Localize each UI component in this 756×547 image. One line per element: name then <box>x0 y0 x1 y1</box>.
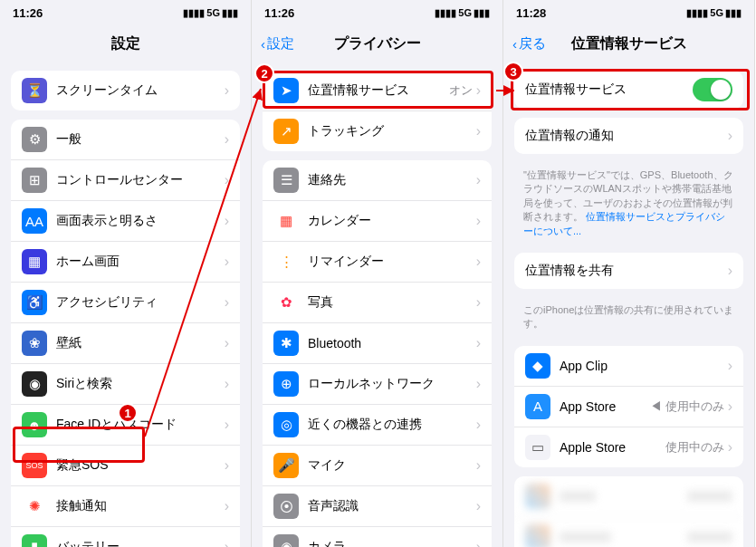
list-item[interactable]: ⏳スクリーンタイム› <box>11 71 240 110</box>
row-icon: ⚙ <box>22 127 47 152</box>
row-label: 一般 <box>56 131 225 148</box>
row-label: Siriと検索 <box>56 376 225 392</box>
list-item[interactable]: ▦ホーム画面› <box>11 242 240 283</box>
time: 11:26 <box>13 6 43 20</box>
list-item[interactable]: ▦カレンダー› <box>263 201 492 242</box>
list-item[interactable]: AA画面表示と明るさ› <box>11 201 240 242</box>
list-item[interactable]: ◉カメラ› <box>263 527 492 547</box>
chevron-right-icon: › <box>225 335 229 351</box>
chevron-right-icon: › <box>476 254 481 270</box>
list-item[interactable]: ↗トラッキング› <box>263 111 492 151</box>
chevron-right-icon: › <box>476 457 481 474</box>
row-icon: ♿ <box>22 290 47 315</box>
row-label: スクリーンタイム <box>56 82 225 99</box>
chevron-right-icon: › <box>476 417 481 433</box>
list-item[interactable]: ◉Siriと検索› <box>11 364 240 405</box>
row-label: 画面表示と明るさ <box>56 213 225 229</box>
list-item[interactable]: ⊞コントロールセンター› <box>11 160 240 201</box>
list-item[interactable]: ✱Bluetooth› <box>263 323 492 364</box>
location-scroll[interactable]: 位置情報サービス 位置情報の通知› "位置情報サービス"では、GPS、Bluet… <box>503 62 754 547</box>
list-item[interactable]: ✿写真› <box>263 283 492 323</box>
status-bar: 11:26 ▮▮▮▮ 5G ▮▮▮ <box>0 0 251 25</box>
row-detail: ◀ 使用中のみ <box>650 398 724 415</box>
row-icon: ◉ <box>22 371 47 397</box>
toggle-switch[interactable] <box>693 78 732 101</box>
nav-bar: ‹ 戻る 位置情報サービス <box>503 25 754 62</box>
row-icon: ⦿ <box>273 494 299 519</box>
list-item[interactable]: ➤位置情報サービスオン› <box>263 71 492 111</box>
nav-bar: 設定 <box>0 25 251 62</box>
list-item[interactable]: 位置情報の通知› <box>514 118 743 154</box>
row-label: 接触通知 <box>56 498 225 514</box>
row-detail: オン <box>449 82 473 99</box>
list-item[interactable]: 位置情報サービス <box>514 71 743 109</box>
chevron-right-icon: › <box>476 376 481 392</box>
list-item[interactable]: ♿アクセシビリティ› <box>11 283 240 323</box>
status-icons: ▮▮▮▮ 5G ▮▮▮ <box>686 7 742 19</box>
chevron-right-icon: › <box>225 539 229 547</box>
list-item[interactable]: ⊕ローカルネットワーク› <box>263 364 492 405</box>
list-item[interactable]: ⦿音声認識› <box>263 486 492 527</box>
footer-explain: "位置情報サービス"では、GPS、Bluetooth、クラウドソースのWLANス… <box>503 163 754 244</box>
list-item-redacted <box>514 476 743 517</box>
list-item[interactable]: ◎近くの機器との連携› <box>263 405 492 446</box>
row-detail: 使用中のみ <box>665 439 724 456</box>
list-item[interactable]: AApp Store◀ 使用中のみ› <box>514 387 743 427</box>
row-label: 近くの機器との連携 <box>308 417 476 433</box>
privacy-scroll[interactable]: ➤位置情報サービスオン›↗トラッキング› ☰連絡先›▦カレンダー›⋮リマインダー… <box>252 62 502 547</box>
chevron-right-icon: › <box>476 82 481 99</box>
row-label: 連絡先 <box>308 172 476 188</box>
row-icon: SOS <box>22 453 47 478</box>
chevron-right-icon: › <box>225 498 229 514</box>
chevron-right-icon: › <box>225 376 229 392</box>
list-item-redacted <box>514 517 743 547</box>
row-icon: ➤ <box>273 78 299 103</box>
chevron-right-icon: › <box>476 172 481 188</box>
row-icon: ❀ <box>22 331 47 356</box>
list-item[interactable]: ▭Apple Store使用中のみ› <box>514 427 743 467</box>
row-icon: ☰ <box>273 168 299 193</box>
row-label: 緊急SOS <box>56 457 225 474</box>
status-icons: ▮▮▮▮ 5G ▮▮▮ <box>435 7 490 19</box>
chevron-right-icon: › <box>225 172 229 188</box>
chevron-right-icon: › <box>476 294 481 311</box>
row-label: ローカルネットワーク <box>308 376 476 392</box>
badge-2: 2 <box>254 63 274 83</box>
phone-settings: 11:26 ▮▮▮▮ 5G ▮▮▮ 設定 ⏳スクリーンタイム› ⚙一般›⊞コント… <box>0 0 252 547</box>
row-icon: ✿ <box>273 290 299 315</box>
nav-bar: ‹ 設定 プライバシー <box>252 25 502 62</box>
chevron-right-icon: › <box>728 439 732 456</box>
list-item[interactable]: 位置情報を共有› <box>514 253 743 289</box>
row-label: 位置情報サービス <box>525 82 693 98</box>
row-label: カメラ <box>308 539 476 547</box>
list-item[interactable]: 🎤マイク› <box>263 446 492 486</box>
badge-3: 3 <box>503 62 523 82</box>
footer-share: このiPhoneは位置情報の共有に使用されています。 <box>503 298 754 337</box>
list-item[interactable]: ◆App Clip› <box>514 346 743 387</box>
chevron-right-icon: › <box>225 213 229 229</box>
status-bar: 11:26 ▮▮▮▮ 5G ▮▮▮ <box>252 0 502 25</box>
list-item[interactable]: ▮バッテリー› <box>11 527 240 547</box>
list-item[interactable]: ⚙一般› <box>11 120 240 160</box>
row-icon: ▦ <box>273 208 299 234</box>
row-icon: ▦ <box>22 249 47 274</box>
row-icon: ⏳ <box>22 78 47 103</box>
row-label: 位置情報サービス <box>308 82 449 99</box>
list-item[interactable]: ⋮リマインダー› <box>263 242 492 283</box>
chevron-right-icon: › <box>476 123 481 139</box>
list-item[interactable]: ❀壁紙› <box>11 323 240 364</box>
list-item[interactable]: SOS緊急SOS› <box>11 446 240 486</box>
phone-location: 11:28 ▮▮▮▮ 5G ▮▮▮ ‹ 戻る 位置情報サービス 位置情報サービス… <box>503 0 755 547</box>
row-label: 音声認識 <box>308 498 476 514</box>
row-icon: ⊕ <box>273 371 299 397</box>
back-button[interactable]: ‹ 設定 <box>261 35 294 53</box>
list-item[interactable]: ☰連絡先› <box>263 160 492 201</box>
row-icon: ☻ <box>22 412 47 437</box>
chevron-right-icon: › <box>225 457 229 474</box>
settings-scroll[interactable]: ⏳スクリーンタイム› ⚙一般›⊞コントロールセンター›AA画面表示と明るさ›▦ホ… <box>0 62 251 547</box>
chevron-right-icon: › <box>225 417 229 433</box>
list-item[interactable]: ✺接触通知› <box>11 486 240 527</box>
back-button[interactable]: ‹ 戻る <box>512 35 546 53</box>
row-icon: ⊞ <box>22 168 47 193</box>
chevron-right-icon: › <box>476 213 481 229</box>
